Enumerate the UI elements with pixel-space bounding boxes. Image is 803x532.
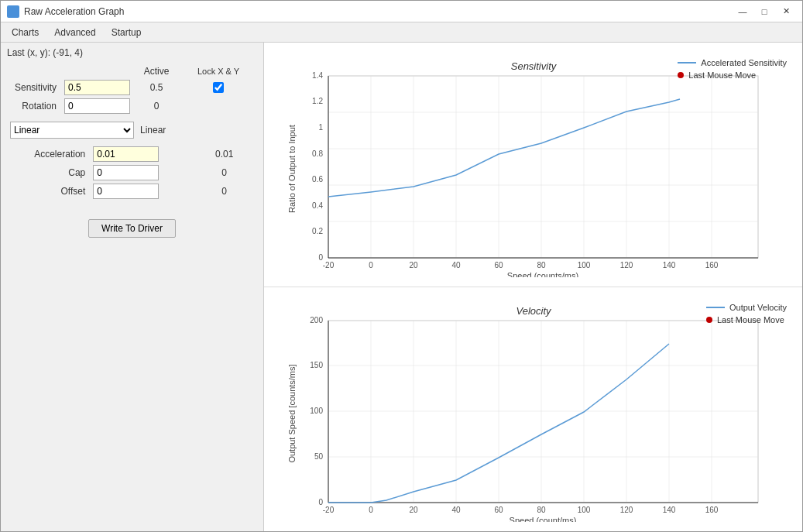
coords-display: Last (x, y): (-91, 4)	[7, 47, 257, 58]
svg-text:1: 1	[318, 123, 323, 132]
cap-active-value: 0	[191, 163, 257, 182]
svg-text:0: 0	[369, 506, 373, 514]
svg-text:0: 0	[318, 498, 323, 506]
rotation-label: Rotation	[7, 97, 61, 115]
svg-text:120: 120	[619, 506, 633, 514]
svg-text:Velocity: Velocity	[516, 305, 552, 317]
settings-table: Active Lock X & Y Sensitivity 0.5	[7, 64, 257, 115]
legend-last-mouse-2-label: Last Mouse Move	[717, 315, 784, 324]
svg-text:60: 60	[494, 261, 503, 269]
table-header: Active Lock X & Y	[7, 64, 257, 78]
offset-input[interactable]	[93, 184, 159, 199]
cap-label: Cap	[7, 163, 90, 182]
legend-output-velocity-label: Output Velocity	[729, 303, 787, 312]
svg-rect-1	[328, 76, 758, 258]
legend-dot-icon	[678, 72, 684, 78]
sensitivity-input[interactable]	[64, 80, 130, 95]
app-icon	[7, 5, 19, 18]
svg-text:160: 160	[705, 261, 718, 269]
svg-text:100: 100	[577, 506, 590, 514]
legend-output-velocity: Output Velocity	[706, 303, 787, 312]
svg-text:Sensitivity: Sensitivity	[510, 60, 557, 72]
svg-text:200: 200	[310, 316, 323, 324]
curve-type-row: Linear Quadratic Classic Jump Natural Sy…	[7, 122, 257, 139]
active-header: Active	[133, 64, 180, 78]
velocity-chart: Velocity	[286, 297, 781, 522]
svg-text:100: 100	[577, 261, 590, 269]
svg-text:0.6: 0.6	[312, 175, 323, 184]
main-content: Last (x, y): (-91, 4) Active Lock X & Y …	[1, 43, 802, 531]
maximize-button[interactable]: □	[754, 4, 774, 19]
svg-text:40: 40	[451, 506, 461, 514]
svg-text:1.4: 1.4	[312, 71, 323, 80]
lock-xy-header: Lock X & Y	[197, 67, 239, 76]
acceleration-label: Acceleration	[7, 145, 90, 163]
sensitivity-legend: Accelerated Sensitivity Last Mouse Move	[678, 58, 787, 80]
velocity-chart-container: Velocity	[264, 287, 802, 531]
legend-dot-icon-v	[706, 317, 712, 323]
sensitivity-chart-container: Sensitivity	[264, 43, 802, 287]
svg-text:0: 0	[318, 253, 323, 262]
svg-text:120: 120	[619, 261, 633, 269]
svg-text:Ratio of Output to Input: Ratio of Output to Input	[287, 125, 297, 213]
svg-text:140: 140	[662, 506, 675, 514]
curve-type-label: Linear	[140, 125, 166, 136]
table-row: Acceleration 0.01	[7, 145, 257, 163]
title-bar: Raw Acceleration Graph — □ ✕	[1, 1, 802, 22]
rotation-active-value: 0	[133, 97, 180, 115]
legend-line-icon	[678, 62, 696, 63]
menu-bar: Charts Advanced Startup	[1, 22, 802, 43]
svg-text:20: 20	[409, 261, 418, 269]
svg-text:0: 0	[369, 261, 373, 269]
legend-accel-sensitivity-label: Accelerated Sensitivity	[701, 58, 787, 67]
sensitivity-label: Sensitivity	[7, 78, 61, 97]
legend-accel-sensitivity: Accelerated Sensitivity	[678, 58, 787, 67]
cap-input[interactable]	[93, 165, 159, 180]
rotation-input[interactable]	[64, 98, 130, 114]
menu-startup[interactable]: Startup	[104, 26, 149, 39]
svg-text:40: 40	[451, 261, 461, 269]
table-row: Offset 0	[7, 182, 257, 201]
svg-text:Speed (counts/ms): Speed (counts/ms)	[506, 271, 578, 277]
menu-charts[interactable]: Charts	[4, 26, 46, 39]
svg-text:0.2: 0.2	[312, 227, 323, 235]
legend-last-mouse-2: Last Mouse Move	[706, 315, 787, 324]
minimize-button[interactable]: —	[733, 4, 753, 19]
svg-text:-20: -20	[322, 506, 334, 514]
accel-settings-table: Acceleration 0.01 Cap 0 Offset	[7, 145, 257, 201]
window-title: Raw Acceleration Graph	[24, 6, 733, 17]
svg-text:100: 100	[310, 407, 323, 415]
sensitivity-active-value: 0.5	[133, 78, 180, 97]
svg-text:160: 160	[705, 506, 718, 514]
offset-label: Offset	[7, 182, 90, 201]
curve-type-select[interactable]: Linear Quadratic Classic Jump Natural Sy…	[10, 122, 134, 139]
acceleration-input[interactable]	[93, 146, 159, 162]
svg-text:60: 60	[494, 506, 503, 514]
svg-text:140: 140	[662, 261, 675, 269]
window-controls: — □ ✕	[733, 4, 796, 19]
legend-line-icon-v	[706, 307, 725, 308]
svg-text:0.8: 0.8	[312, 149, 323, 158]
acceleration-active-value: 0.01	[191, 145, 257, 163]
menu-advanced[interactable]: Advanced	[46, 26, 103, 39]
write-to-driver-button[interactable]: Write To Driver	[88, 219, 176, 238]
velocity-legend: Output Velocity Last Mouse Move	[706, 303, 787, 324]
right-panel: Sensitivity	[264, 43, 802, 531]
offset-active-value: 0	[191, 182, 257, 201]
lock-xy-checkbox[interactable]	[213, 82, 224, 93]
svg-text:Speed (count/ms): Speed (count/ms)	[509, 516, 576, 522]
close-button[interactable]: ✕	[776, 4, 796, 19]
table-row: Sensitivity 0.5	[7, 78, 257, 97]
svg-text:80: 80	[537, 261, 546, 269]
write-btn-row: Write To Driver	[7, 219, 257, 238]
table-row: Cap 0	[7, 163, 257, 182]
svg-text:0.4: 0.4	[312, 201, 323, 210]
sensitivity-chart: Sensitivity	[286, 53, 781, 277]
svg-text:1.2: 1.2	[312, 97, 323, 105]
left-panel: Last (x, y): (-91, 4) Active Lock X & Y …	[1, 43, 264, 531]
svg-text:20: 20	[409, 506, 418, 514]
svg-text:50: 50	[314, 452, 323, 461]
table-row: Rotation 0	[7, 97, 257, 115]
legend-last-mouse-1-label: Last Mouse Move	[688, 70, 756, 80]
svg-rect-41	[328, 321, 758, 503]
